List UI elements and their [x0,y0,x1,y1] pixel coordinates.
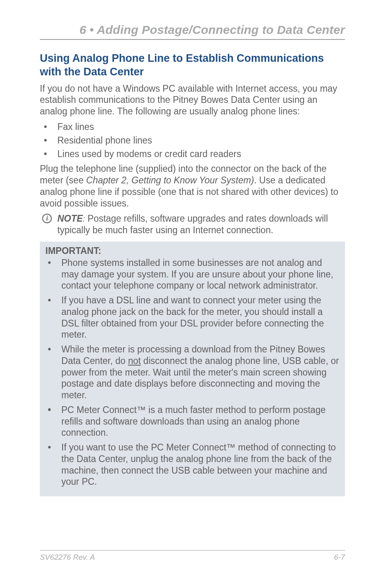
list-item: •If you have a DSL line and want to conn… [45,295,339,340]
bullet-dot: • [44,135,47,147]
bullet-dot: • [44,148,47,160]
list-item-label: While the meter is processing a download… [61,344,339,400]
list-item-label: PC Meter Connect™ is a much faster metho… [61,405,325,438]
plug-paragraph: Plug the telephone line (supplied) into … [40,163,345,209]
chapter-title: 6 • Adding Postage/Connecting to Data Ce… [40,23,345,37]
important-box: IMPORTANT: •Phone systems installed in s… [40,242,345,496]
list-item-label: If you want to use the PC Meter Connect™… [61,442,336,487]
list-item: •Lines used by modems or credit card rea… [40,148,345,160]
list-item: •If you want to use the PC Meter Connect… [45,442,339,488]
bullet-dot: • [48,344,51,355]
note-label: NOTE [57,213,83,224]
bullet-dot: • [48,295,51,306]
list-item: •While the meter is processing a downloa… [45,344,339,401]
page-footer: SV62276 Rev. A 6-7 [40,550,345,562]
list-item-label: Phone systems installed in some business… [61,258,333,291]
footer-divider [40,550,345,551]
header-divider [40,39,345,40]
chapter-reference: Chapter 2, Getting to Know Your System) [86,175,254,185]
item-underline: not [128,356,141,366]
note-text: NOTE: Postage refills, software upgrades… [57,213,328,235]
important-list: •Phone systems installed in some busines… [45,257,339,488]
intro-paragraph: If you do not have a Windows PC availabl… [40,83,345,117]
list-item-label: Residential phone lines [57,135,152,146]
bullet-dot: • [48,404,51,416]
important-heading: IMPORTANT: [45,246,339,256]
section-title: Using Analog Phone Line to Establish Com… [40,52,345,79]
list-item-label: Lines used by modems or credit card read… [57,149,241,159]
list-item-label: If you have a DSL line and want to conne… [61,295,324,340]
list-item: •Fax lines [40,121,345,133]
list-item-label: Fax lines [57,122,94,132]
list-item: •Phone systems installed in some busines… [45,257,339,291]
list-item: •PC Meter Connect™ is a much faster meth… [45,404,339,439]
bullet-dot: • [48,442,51,453]
list-item: •Residential phone lines [40,135,345,147]
note-body: Postage refills, software upgrades and r… [57,213,328,235]
bullet-dot: • [48,257,51,269]
info-icon: i [42,214,52,223]
bullet-dot: • [44,121,47,133]
footer-doc-id: SV62276 Rev. A [40,553,95,562]
footer-page-number: 6-7 [334,553,345,562]
note-block: i NOTE: Postage refills, software upgrad… [40,213,345,236]
analog-lines-list: •Fax lines •Residential phone lines •Lin… [40,121,345,160]
